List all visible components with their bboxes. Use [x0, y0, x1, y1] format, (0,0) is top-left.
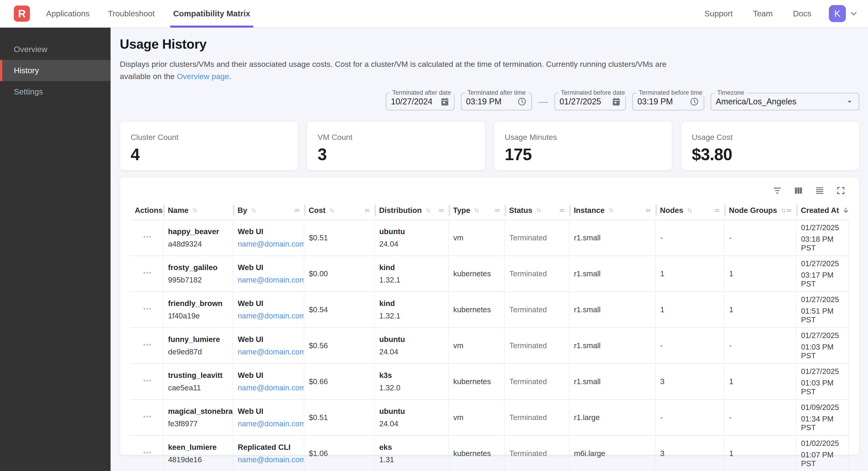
column-label: Actions [135, 206, 163, 215]
created-time: 01:03 PM PST [801, 343, 845, 360]
nav-item-troubleshoot[interactable]: Troubleshoot [99, 0, 164, 27]
sidebar-item-history[interactable]: History [0, 60, 111, 81]
column-resize-handle-icon[interactable] [493, 206, 501, 214]
column-header-created-at[interactable]: Created At [796, 201, 849, 220]
created-time: 01:34 PM PST [801, 415, 845, 432]
column-header-name[interactable]: Name [163, 201, 233, 220]
created-date: 01/27/2025 [801, 259, 845, 268]
node-groups-cell: - [724, 220, 796, 256]
column-header-status[interactable]: Status [504, 201, 569, 220]
nav-item-compatibility-matrix[interactable]: Compatibility Matrix [164, 0, 259, 27]
cost-cell: $0.00 [304, 256, 375, 292]
type-cell: kubernetes [448, 292, 504, 328]
fullscreen-icon[interactable] [836, 185, 846, 196]
terminated-after-date-field[interactable]: Terminated after date 10/27/2024 [386, 93, 455, 110]
type-cell: kubernetes [448, 256, 504, 292]
column-label: Name [168, 206, 188, 215]
density-icon[interactable] [814, 185, 825, 196]
status-cell: Terminated [504, 292, 569, 328]
column-resize-handle-icon[interactable] [713, 206, 721, 214]
created-by-email-link[interactable]: name@domain.com [238, 419, 301, 428]
terminated-before-time-label: Terminated before time [637, 89, 705, 96]
by-cell: Web UI name@domain.com [233, 292, 304, 328]
timezone-select[interactable]: Timezone America/Los_Angeles [711, 93, 859, 110]
row-actions-menu-icon[interactable] [142, 268, 152, 278]
distribution-name: ubuntu [379, 335, 445, 344]
column-header-distribution[interactable]: Distribution [374, 201, 448, 220]
created-by-email-link[interactable]: name@domain.com [238, 312, 301, 320]
name-cell: keen_lumiere 4819de16 [163, 436, 233, 471]
column-header-node-groups[interactable]: Node Groups [724, 201, 796, 220]
brand-logo[interactable]: R [14, 5, 30, 22]
column-resize-handle-icon[interactable] [437, 206, 445, 214]
column-resize-handle-icon[interactable] [644, 206, 652, 214]
column-resize-handle-icon[interactable] [558, 206, 566, 214]
created-by-email-link[interactable]: name@domain.com [238, 455, 301, 464]
column-header-type[interactable]: Type [448, 201, 504, 220]
terminated-before-date-value: 01/27/2025 [560, 97, 601, 107]
nodes-cell: - [655, 400, 724, 436]
created-by-email-link[interactable]: name@domain.com [238, 240, 301, 248]
columns-icon[interactable] [793, 185, 804, 196]
row-actions-menu-icon[interactable] [142, 340, 152, 350]
row-actions-menu-icon[interactable] [142, 376, 152, 385]
nav-link-docs[interactable]: Docs [783, 9, 822, 18]
sidebar-item-settings[interactable]: Settings [0, 81, 111, 102]
column-resize-handle-icon[interactable] [293, 206, 301, 214]
row-actions-menu-icon[interactable] [142, 232, 152, 242]
name-cell: magical_stonebraker fe3f8977 [163, 400, 233, 436]
terminated-before-time-field[interactable]: Terminated before time 03:19 PM [632, 93, 704, 110]
created-date: 01/27/2025 [801, 331, 845, 340]
column-label: Created At [801, 206, 839, 215]
column-resize-handle-icon[interactable] [363, 206, 371, 214]
column-header-cost[interactable]: Cost [304, 201, 375, 220]
nav-link-support[interactable]: Support [694, 9, 743, 18]
column-resize-handle-icon[interactable] [785, 206, 793, 214]
nav-link-team[interactable]: Team [743, 9, 783, 18]
terminated-after-time-field[interactable]: Terminated after time 03:19 PM [461, 93, 532, 110]
created-time: 01:03 PM PST [801, 379, 845, 396]
calendar-icon[interactable] [612, 97, 621, 106]
terminated-after-date-label: Terminated after date [390, 89, 453, 96]
cluster-name: friendly_brown [168, 299, 229, 308]
created-at-cell: 01/27/2025 03:17 PM PST [796, 256, 849, 292]
name-cell: friendly_brown 1f40a19e [163, 292, 233, 328]
created-by-email-link[interactable]: name@domain.com [238, 348, 301, 356]
column-header-instance[interactable]: Instance [569, 201, 655, 220]
created-by-source: Web UI [238, 407, 301, 416]
type-cell: vm [448, 220, 504, 256]
column-header-by[interactable]: By [233, 201, 304, 220]
clock-icon[interactable] [689, 97, 699, 107]
cluster-name: frosty_galileo [168, 263, 229, 272]
clock-icon[interactable] [517, 97, 527, 107]
sidebar-item-overview[interactable]: Overview [0, 39, 111, 60]
dropdown-arrow-icon[interactable] [845, 97, 854, 106]
overview-page-link[interactable]: Overview page [177, 72, 229, 81]
instance-cell: r1.small [569, 220, 655, 256]
column-label: Nodes [660, 206, 683, 215]
distribution-cell: ubuntu 24.04 [374, 220, 448, 256]
terminated-before-date-field[interactable]: Terminated before date 01/27/2025 [555, 93, 626, 110]
row-actions-menu-icon[interactable] [142, 304, 152, 314]
calendar-icon[interactable] [440, 97, 450, 106]
filter-icon[interactable] [772, 185, 782, 196]
chevron-down-icon[interactable] [849, 8, 859, 19]
created-by-email-link[interactable]: name@domain.com [238, 275, 301, 284]
terminated-after-date-value: 10/27/2024 [391, 97, 432, 107]
node-groups-cell: - [724, 328, 796, 364]
user-avatar[interactable]: K [829, 5, 846, 22]
distribution-cell: k3s 1.32.0 [374, 364, 448, 400]
table-header: Actions Name By Cost Distribution Type S… [130, 201, 849, 220]
status-cell: Terminated [504, 436, 569, 471]
nav-item-applications[interactable]: Applications [37, 0, 99, 27]
cost-cell: $0.51 [304, 220, 375, 256]
created-by-source: Web UI [238, 335, 301, 344]
row-actions-menu-icon[interactable] [142, 412, 152, 421]
instance-cell: r1.small [569, 256, 655, 292]
created-by-email-link[interactable]: name@domain.com [238, 383, 301, 392]
nodes-cell: 3 [655, 364, 724, 400]
row-actions-menu-icon[interactable] [142, 448, 152, 458]
stat-cards: Cluster Count 4 VM Count 3 Usage Minutes… [120, 121, 859, 170]
column-header-nodes[interactable]: Nodes [655, 201, 724, 220]
primary-nav: Applications Troubleshoot Compatibility … [37, 0, 259, 27]
